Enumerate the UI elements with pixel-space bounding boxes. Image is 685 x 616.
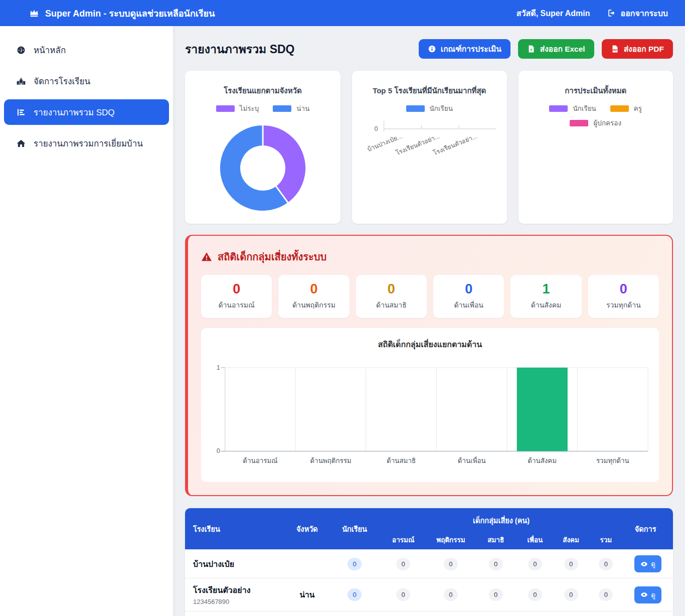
- view-button[interactable]: ดู: [634, 586, 661, 603]
- col-subheader-2: สมาธิ: [474, 532, 517, 550]
- view-button[interactable]: ดู: [634, 555, 661, 572]
- students-count-badge: 0: [348, 558, 362, 570]
- sidebar-item-label: จัดการโรงเรียน: [34, 74, 90, 88]
- risk-count-badge: 0: [489, 588, 503, 601]
- chart-card-top5-schools: Top 5 โรงเรียนที่มีนักเรียนมากที่สุด นัก…: [352, 71, 507, 224]
- svg-text:ด้านอารมณ์: ด้านอารมณ์: [243, 457, 277, 465]
- risk-count-badge: 0: [489, 558, 503, 570]
- legend-swatch: [570, 120, 588, 126]
- table-row-2: โรงเรียนตัวอย่าง1234567890น่าน0000000ดู: [185, 611, 673, 616]
- cell-risk-อารมณ์: 0: [380, 611, 427, 616]
- stat-value: 0: [359, 281, 424, 297]
- chart-title: การประเมินทั้งหมด: [526, 85, 666, 97]
- info-icon: [428, 45, 436, 53]
- bar-ด้านสังคม: [517, 368, 568, 451]
- legend-item[interactable]: น่าน: [273, 103, 309, 114]
- crown-icon: [29, 8, 39, 18]
- chart-card-all-assessments: การประเมินทั้งหมด นักเรียนครูผู้ปกครอง: [519, 71, 673, 224]
- bar-chart: 10ด้านอารมณ์ด้านพฤติกรรมด้านสมาธิด้านเพื…: [207, 356, 653, 478]
- chart-legend: ไม่ระบุน่าน: [192, 103, 333, 114]
- app-root: Super Admin - ระบบดูแลช่วยเหลือนักเรียน …: [0, 0, 685, 616]
- legend-swatch: [273, 105, 291, 112]
- user-greeting: สวัสดี, Super Admin: [517, 7, 590, 20]
- dashboard-icon: [16, 45, 26, 55]
- risk-stat-card-5: 0รวมทุกด้าน: [588, 275, 659, 318]
- sidebar-item-1[interactable]: จัดการโรงเรียน: [4, 68, 169, 94]
- criteria-button[interactable]: เกณฑ์การประเมิน: [419, 39, 510, 59]
- cell-risk-สังคม: 0: [553, 550, 589, 578]
- legend-item[interactable]: นักเรียน: [406, 103, 453, 114]
- risk-stat-card-4: 1ด้านสังคม: [510, 275, 581, 318]
- risk-count-badge: 0: [396, 558, 410, 570]
- cell-school: โรงเรียนตัวอย่าง1234567890: [185, 578, 285, 611]
- app-title: Super Admin - ระบบดูแลช่วยเหลือนักเรียน: [45, 6, 215, 21]
- stat-value: 0: [281, 281, 346, 297]
- cell-risk-อารมณ์: 0: [380, 550, 427, 578]
- cell-risk-พฤติกรรม: 0: [427, 578, 475, 611]
- risk-section-title: สถิติเด็กกลุ่มเสี่ยงทั้งระบบ: [201, 249, 659, 265]
- cell-risk-สังคม: 0: [553, 578, 589, 611]
- legend-swatch: [549, 105, 568, 112]
- stat-label: ด้านสมาธิ: [359, 299, 424, 311]
- warning-icon: [201, 251, 212, 262]
- risk-stat-card-0: 0ด้านอารมณ์: [201, 275, 272, 318]
- donut-chart: [192, 115, 333, 221]
- main-content: รายงานภาพรวม SDQ เกณฑ์การประเมิน x ส่งออ…: [173, 26, 685, 616]
- cell-risk-เพื่อน: 0: [517, 550, 553, 578]
- col-header-risk-group: เด็กกลุ่มเสี่ยง (คน): [380, 508, 623, 532]
- risk-bar-chart-card: สถิติเด็กกลุ่มเสี่ยงแยกตามด้าน 10ด้านอาร…: [201, 328, 659, 482]
- cell-risk-รวม: 0: [589, 611, 623, 616]
- summary-charts-row: โรงเรียนแยกตามจังหวัด ไม่ระบุน่าน Top 5 …: [185, 71, 673, 224]
- sidebar-item-2[interactable]: รายงานภาพรวม SDQ: [4, 99, 169, 125]
- cell-province: [285, 550, 330, 578]
- risk-statistics-section: สถิติเด็กกลุ่มเสี่ยงทั้งระบบ 0ด้านอารมณ์…: [185, 235, 673, 496]
- legend-label: ครู: [634, 103, 642, 114]
- cell-school: บ้านปางเป๋ย: [185, 550, 285, 578]
- cell-risk-เพื่อน: 0: [517, 611, 553, 616]
- col-header-province: จังหวัด: [285, 508, 330, 550]
- legend-item[interactable]: ครู: [610, 103, 642, 114]
- svg-text:1: 1: [217, 364, 220, 371]
- stat-label: ด้านเพื่อน: [436, 299, 501, 311]
- risk-stat-card-3: 0ด้านเพื่อน: [433, 275, 504, 318]
- export-excel-button[interactable]: x ส่งออก Excel: [518, 39, 594, 59]
- cell-manage: ดู: [623, 611, 673, 616]
- logout-button[interactable]: ออกจากระบบ: [604, 7, 671, 20]
- export-pdf-button[interactable]: PDF ส่งออก PDF: [602, 39, 673, 59]
- bar-chart-axis: 0บ้านปางเป๋ย...โรงเรียนตัวอย่า...โรงเรีย…: [359, 119, 500, 159]
- sidebar: หน้าหลักจัดการโรงเรียนรายงานภาพรวม SDQรา…: [0, 26, 173, 616]
- chart-card-schools-by-province: โรงเรียนแยกตามจังหวัด ไม่ระบุน่าน: [185, 71, 340, 224]
- cell-manage: ดู: [623, 550, 673, 578]
- stat-value: 1: [513, 281, 578, 297]
- legend-label: นักเรียน: [573, 103, 596, 114]
- sidebar-item-label: หน้าหลัก: [34, 43, 66, 57]
- svg-text:x: x: [530, 48, 532, 52]
- students-count-badge: 0: [348, 588, 362, 601]
- legend-swatch: [406, 105, 425, 112]
- legend-item[interactable]: ไม่ระบุ: [216, 103, 259, 114]
- school-name: โรงเรียนตัวอย่าง: [193, 584, 280, 596]
- home-icon: [16, 138, 26, 148]
- col-header-school: โรงเรียน: [185, 508, 285, 550]
- col-subheader-1: พฤติกรรม: [427, 532, 475, 550]
- risk-count-badge: 0: [396, 588, 410, 601]
- risk-count-badge: 0: [444, 588, 458, 601]
- legend-item[interactable]: ผู้ปกครอง: [570, 117, 621, 128]
- legend-item[interactable]: นักเรียน: [549, 103, 596, 114]
- stat-value: 0: [204, 281, 269, 297]
- svg-text:0: 0: [375, 125, 378, 132]
- legend-swatch: [216, 105, 235, 112]
- eye-icon: [640, 560, 648, 568]
- cell-risk-รวม: 0: [589, 578, 623, 611]
- cell-risk-เพื่อน: 0: [517, 578, 553, 611]
- bar-chart-icon: [16, 107, 26, 117]
- sidebar-item-3[interactable]: รายงานภาพรวมการเยี่ยมบ้าน: [4, 130, 169, 156]
- cell-risk-รวม: 0: [589, 550, 623, 578]
- sidebar-item-label: รายงานภาพรวม SDQ: [34, 105, 115, 119]
- risk-stat-cards: 0ด้านอารมณ์0ด้านพฤติกรรม0ด้านสมาธิ0ด้านเ…: [201, 275, 659, 318]
- risk-count-badge: 0: [528, 558, 542, 570]
- col-subheader-4: สังคม: [553, 532, 589, 550]
- sidebar-item-0[interactable]: หน้าหลัก: [4, 37, 169, 63]
- school-name: บ้านปางเป๋ย: [193, 558, 280, 570]
- chart-title: โรงเรียนแยกตามจังหวัด: [192, 85, 333, 97]
